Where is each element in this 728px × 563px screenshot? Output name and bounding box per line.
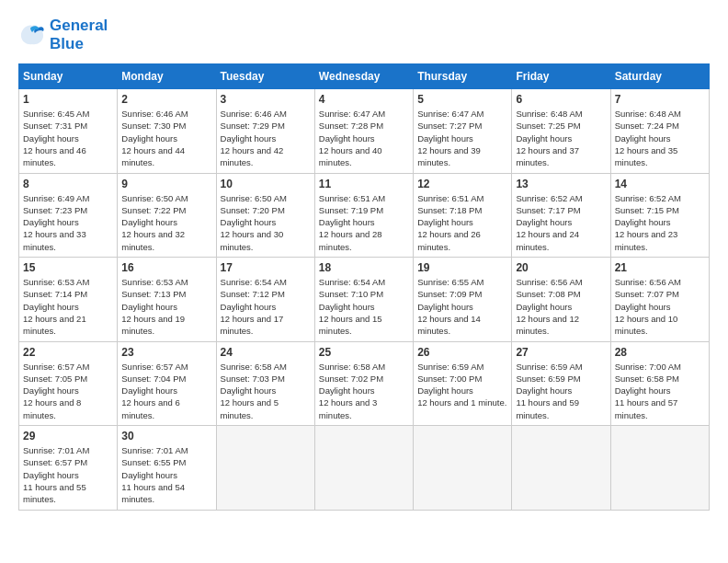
day-info: Sunrise: 6:52 AMSunset: 7:17 PMDaylight …	[516, 192, 606, 253]
day-info: Sunrise: 6:49 AMSunset: 7:23 PMDaylight …	[23, 192, 113, 253]
header-row: SundayMondayTuesdayWednesdayThursdayFrid…	[19, 64, 710, 89]
day-info: Sunrise: 6:50 AMSunset: 7:20 PMDaylight …	[221, 192, 311, 253]
day-number: 4	[319, 93, 409, 106]
day-info: Sunrise: 6:53 AMSunset: 7:13 PMDaylight …	[121, 276, 211, 337]
day-number: 24	[221, 346, 311, 359]
calendar-cell: 23Sunrise: 6:57 AMSunset: 7:04 PMDayligh…	[118, 341, 216, 425]
header: General Blue	[18, 17, 710, 52]
day-number: 27	[516, 346, 606, 359]
calendar-cell: 22Sunrise: 6:57 AMSunset: 7:05 PMDayligh…	[19, 341, 118, 425]
day-number: 30	[121, 430, 211, 442]
calendar-cell: 19Sunrise: 6:55 AMSunset: 7:09 PMDayligh…	[414, 258, 512, 341]
calendar-row: 8Sunrise: 6:49 AMSunset: 7:23 PMDaylight…	[19, 173, 710, 257]
day-info: Sunrise: 6:52 AMSunset: 7:15 PMDaylight …	[615, 192, 705, 253]
calendar-cell: 10Sunrise: 6:50 AMSunset: 7:20 PMDayligh…	[216, 173, 314, 257]
calendar-cell	[610, 426, 709, 510]
day-number: 25	[319, 346, 409, 359]
day-info: Sunrise: 6:47 AMSunset: 7:28 PMDaylight …	[319, 108, 409, 168]
calendar-cell: 21Sunrise: 6:56 AMSunset: 7:07 PMDayligh…	[610, 258, 709, 341]
day-number: 14	[615, 178, 705, 190]
calendar-row: 1Sunrise: 6:45 AMSunset: 7:31 PMDaylight…	[19, 89, 710, 173]
day-info: Sunrise: 6:54 AMSunset: 7:10 PMDaylight …	[319, 276, 409, 337]
calendar-cell: 1Sunrise: 6:45 AMSunset: 7:31 PMDaylight…	[19, 89, 118, 173]
day-number: 2	[121, 93, 211, 106]
day-info: Sunrise: 6:59 AMSunset: 7:00 PMDaylight …	[417, 361, 507, 409]
day-info: Sunrise: 6:58 AMSunset: 7:02 PMDaylight …	[319, 361, 409, 421]
day-info: Sunrise: 6:46 AMSunset: 7:30 PMDaylight …	[121, 108, 211, 168]
calendar-cell: 7Sunrise: 6:48 AMSunset: 7:24 PMDaylight…	[610, 89, 709, 173]
calendar-cell: 11Sunrise: 6:51 AMSunset: 7:19 PMDayligh…	[314, 173, 413, 257]
day-info: Sunrise: 6:50 AMSunset: 7:22 PMDaylight …	[121, 192, 211, 253]
calendar-cell	[414, 426, 512, 510]
calendar-cell: 3Sunrise: 6:46 AMSunset: 7:29 PMDaylight…	[216, 89, 314, 173]
day-number: 18	[319, 261, 409, 274]
weekday-header: Sunday	[19, 64, 118, 89]
page: General Blue SundayMondayTuesdayWednesda…	[0, 0, 728, 520]
calendar-cell: 18Sunrise: 6:54 AMSunset: 7:10 PMDayligh…	[314, 258, 413, 341]
day-info: Sunrise: 6:57 AMSunset: 7:04 PMDaylight …	[121, 361, 211, 421]
day-number: 19	[417, 261, 507, 274]
day-number: 5	[417, 93, 507, 106]
day-info: Sunrise: 6:54 AMSunset: 7:12 PMDaylight …	[221, 276, 311, 337]
day-number: 13	[516, 178, 606, 190]
calendar-cell: 14Sunrise: 6:52 AMSunset: 7:15 PMDayligh…	[610, 173, 709, 257]
logo-icon	[18, 22, 46, 48]
day-number: 28	[615, 346, 705, 359]
calendar-cell: 12Sunrise: 6:51 AMSunset: 7:18 PMDayligh…	[414, 173, 512, 257]
calendar-cell: 17Sunrise: 6:54 AMSunset: 7:12 PMDayligh…	[216, 258, 314, 341]
day-number: 9	[121, 178, 211, 190]
day-info: Sunrise: 6:59 AMSunset: 6:59 PMDaylight …	[516, 361, 606, 421]
weekday-header: Thursday	[414, 64, 512, 89]
day-info: Sunrise: 6:53 AMSunset: 7:14 PMDaylight …	[23, 276, 113, 337]
day-number: 6	[516, 93, 606, 106]
calendar-cell: 30Sunrise: 7:01 AMSunset: 6:55 PMDayligh…	[118, 426, 216, 510]
calendar-cell: 25Sunrise: 6:58 AMSunset: 7:02 PMDayligh…	[314, 341, 413, 425]
day-number: 11	[319, 178, 409, 190]
calendar-cell: 13Sunrise: 6:52 AMSunset: 7:17 PMDayligh…	[512, 173, 610, 257]
calendar-cell: 29Sunrise: 7:01 AMSunset: 6:57 PMDayligh…	[19, 426, 118, 510]
day-info: Sunrise: 6:58 AMSunset: 7:03 PMDaylight …	[221, 361, 311, 421]
calendar-cell: 24Sunrise: 6:58 AMSunset: 7:03 PMDayligh…	[216, 341, 314, 425]
calendar-row: 15Sunrise: 6:53 AMSunset: 7:14 PMDayligh…	[19, 258, 710, 341]
calendar-row: 29Sunrise: 7:01 AMSunset: 6:57 PMDayligh…	[19, 426, 710, 510]
logo: General Blue	[18, 17, 108, 52]
day-number: 15	[23, 261, 113, 274]
day-info: Sunrise: 6:51 AMSunset: 7:19 PMDaylight …	[319, 192, 409, 253]
calendar-cell: 5Sunrise: 6:47 AMSunset: 7:27 PMDaylight…	[414, 89, 512, 173]
day-info: Sunrise: 6:56 AMSunset: 7:07 PMDaylight …	[615, 276, 705, 337]
calendar-cell: 4Sunrise: 6:47 AMSunset: 7:28 PMDaylight…	[314, 89, 413, 173]
day-number: 1	[23, 93, 113, 106]
day-info: Sunrise: 6:55 AMSunset: 7:09 PMDaylight …	[417, 276, 507, 337]
calendar-cell: 15Sunrise: 6:53 AMSunset: 7:14 PMDayligh…	[19, 258, 118, 341]
logo-text: General Blue	[50, 17, 108, 52]
day-number: 7	[615, 93, 705, 106]
weekday-header: Saturday	[610, 64, 709, 89]
day-number: 12	[417, 178, 507, 190]
day-info: Sunrise: 7:00 AMSunset: 6:58 PMDaylight …	[615, 361, 705, 421]
weekday-header: Wednesday	[314, 64, 413, 89]
day-number: 22	[23, 346, 113, 359]
calendar-cell	[512, 426, 610, 510]
day-number: 21	[615, 261, 705, 274]
day-number: 3	[221, 93, 311, 106]
calendar-cell: 6Sunrise: 6:48 AMSunset: 7:25 PMDaylight…	[512, 89, 610, 173]
day-info: Sunrise: 6:48 AMSunset: 7:24 PMDaylight …	[615, 108, 705, 168]
calendar-cell: 9Sunrise: 6:50 AMSunset: 7:22 PMDaylight…	[118, 173, 216, 257]
calendar-cell: 20Sunrise: 6:56 AMSunset: 7:08 PMDayligh…	[512, 258, 610, 341]
calendar-cell: 8Sunrise: 6:49 AMSunset: 7:23 PMDaylight…	[19, 173, 118, 257]
day-number: 23	[121, 346, 211, 359]
day-number: 10	[221, 178, 311, 190]
weekday-header: Monday	[118, 64, 216, 89]
weekday-header: Tuesday	[216, 64, 314, 89]
day-info: Sunrise: 6:45 AMSunset: 7:31 PMDaylight …	[23, 108, 113, 168]
calendar-cell	[216, 426, 314, 510]
calendar-cell: 28Sunrise: 7:00 AMSunset: 6:58 PMDayligh…	[610, 341, 709, 425]
calendar-cell	[314, 426, 413, 510]
calendar-table: SundayMondayTuesdayWednesdayThursdayFrid…	[18, 63, 710, 510]
day-number: 8	[23, 178, 113, 190]
day-info: Sunrise: 6:51 AMSunset: 7:18 PMDaylight …	[417, 192, 507, 253]
day-info: Sunrise: 6:57 AMSunset: 7:05 PMDaylight …	[23, 361, 113, 421]
calendar-cell: 2Sunrise: 6:46 AMSunset: 7:30 PMDaylight…	[118, 89, 216, 173]
calendar-cell: 26Sunrise: 6:59 AMSunset: 7:00 PMDayligh…	[414, 341, 512, 425]
calendar-cell: 27Sunrise: 6:59 AMSunset: 6:59 PMDayligh…	[512, 341, 610, 425]
